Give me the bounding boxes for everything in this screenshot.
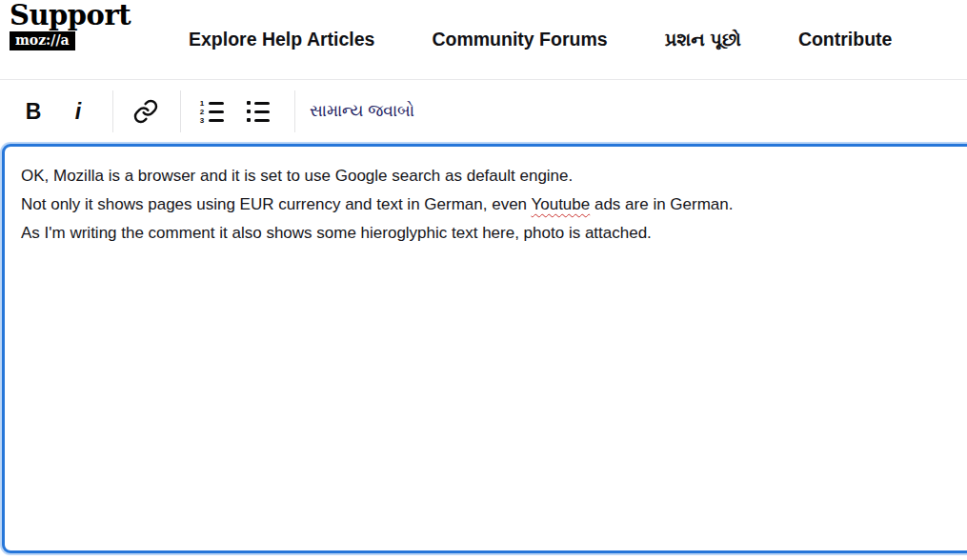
list-bullet <box>247 118 251 122</box>
link-icon <box>132 98 159 125</box>
ol-number: 3 <box>199 118 205 123</box>
nav-ask-a-question[interactable]: પ્રશન પૂછો <box>665 29 741 50</box>
ol-number: 1 <box>199 101 205 106</box>
list-bullet <box>247 101 251 105</box>
nav-community-forums[interactable]: Community Forums <box>432 29 607 50</box>
list-line <box>209 119 224 122</box>
nav-explore-help-articles[interactable]: Explore Help Articles <box>189 29 374 50</box>
comment-textarea[interactable]: OK, Mozilla is a browser and it is set t… <box>2 144 967 553</box>
list-line <box>254 119 270 122</box>
ordered-list-icon: 1 2 3 <box>199 101 224 123</box>
editor-line-1: OK, Mozilla is a browser and it is set t… <box>21 162 956 190</box>
bullet-list-button[interactable] <box>239 90 277 132</box>
support-logo-text: Support <box>10 0 131 30</box>
editor-line-2: Not only it shows pages using EUR curren… <box>21 190 956 219</box>
editor-text: Not only it shows pages using EUR curren… <box>21 195 531 213</box>
mozilla-wordmark: moz://a <box>10 31 75 50</box>
toolbar-divider <box>180 90 181 132</box>
insert-link-button[interactable] <box>127 90 165 132</box>
italic-icon: i <box>75 99 81 125</box>
toolbar-divider <box>112 90 113 132</box>
sumo-support-page: Support moz://a Explore Help Articles Co… <box>0 0 967 560</box>
list-line <box>254 110 270 113</box>
misspelled-word: Youtube <box>531 195 590 213</box>
ol-number: 2 <box>199 110 205 114</box>
bold-icon: B <box>26 99 42 125</box>
main-nav: Explore Help Articles Community Forums પ… <box>189 0 892 79</box>
editor-text: ads are in German. <box>590 195 733 213</box>
ordered-list-button[interactable]: 1 2 3 <box>192 90 231 132</box>
italic-button[interactable]: i <box>61 90 99 132</box>
site-header: Support moz://a Explore Help Articles Co… <box>0 0 967 79</box>
toolbar-divider <box>294 90 295 132</box>
list-line <box>209 102 224 105</box>
common-responses-button[interactable]: સામાન્ય જવાબો <box>310 102 414 121</box>
list-bullet <box>247 110 251 113</box>
list-line <box>209 110 224 113</box>
editor-toolbar: B i 1 2 3 <box>0 80 967 143</box>
support-logo[interactable]: Support moz://a <box>10 0 131 50</box>
nav-contribute[interactable]: Contribute <box>798 29 893 50</box>
bullet-list-icon <box>247 101 270 123</box>
bold-button[interactable]: B <box>14 90 52 132</box>
list-line <box>254 102 270 105</box>
editor-line-3: As I'm writing the comment it also shows… <box>21 219 956 248</box>
